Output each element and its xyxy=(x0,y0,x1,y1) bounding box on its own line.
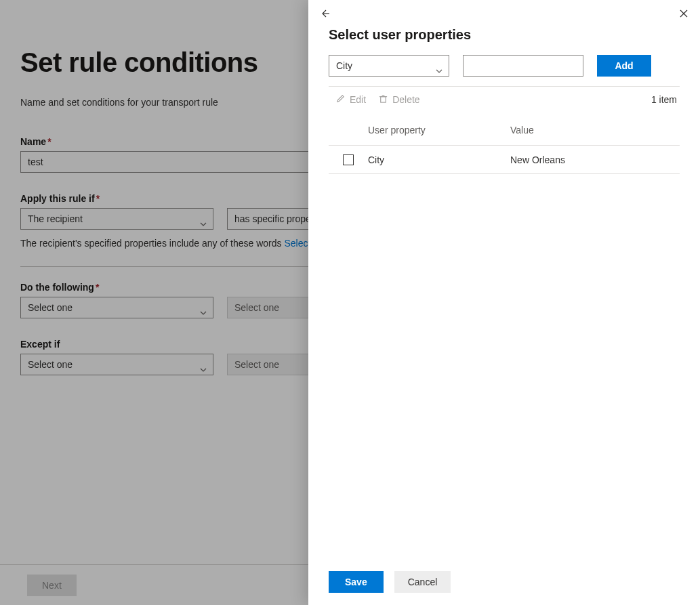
row-checkbox[interactable] xyxy=(343,154,354,165)
row-value: New Orleans xyxy=(510,154,680,165)
chevron-down-icon xyxy=(199,304,207,312)
edit-button[interactable]: Edit xyxy=(335,93,366,106)
chevron-down-icon xyxy=(435,62,443,70)
svg-rect-3 xyxy=(381,97,386,102)
pencil-icon xyxy=(335,93,346,106)
except-condition-select[interactable]: Select one xyxy=(20,354,213,375)
row-property: City xyxy=(368,154,510,165)
property-select[interactable]: City xyxy=(329,55,449,77)
chevron-down-icon xyxy=(199,215,207,223)
table-header: User property Value xyxy=(329,125,680,146)
item-count: 1 item xyxy=(651,94,677,105)
close-icon[interactable] xyxy=(677,7,691,20)
table-row[interactable]: City New Orleans xyxy=(329,146,680,174)
col-user-property: User property xyxy=(368,125,510,135)
trash-icon xyxy=(378,93,388,106)
save-button[interactable]: Save xyxy=(329,571,384,593)
col-value: Value xyxy=(510,125,680,135)
do-action-select[interactable]: Select one xyxy=(20,297,213,318)
apply-if-condition-select[interactable]: The recipient xyxy=(20,208,213,230)
add-button[interactable]: Add xyxy=(597,55,651,77)
cancel-button[interactable]: Cancel xyxy=(394,571,451,593)
panel-title: Select user properties xyxy=(329,27,680,43)
panel-divider xyxy=(329,86,680,87)
chevron-down-icon xyxy=(199,360,207,369)
property-value-input[interactable] xyxy=(463,55,583,77)
select-user-properties-panel: Select user properties City Add xyxy=(308,0,700,605)
panel-footer: Save Cancel xyxy=(308,560,700,605)
delete-button[interactable]: Delete xyxy=(378,93,419,106)
next-button[interactable]: Next xyxy=(27,575,77,596)
back-icon[interactable] xyxy=(318,7,331,20)
